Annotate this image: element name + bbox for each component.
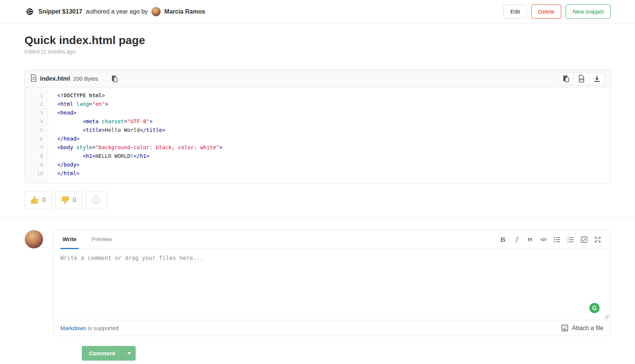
code-line: </head> <box>48 135 610 143</box>
grammarly-icon[interactable]: G <box>589 303 600 313</box>
edit-button[interactable]: Edit <box>503 5 527 18</box>
line-number-link[interactable]: 4 <box>25 117 48 126</box>
line-number-link[interactable]: 3 <box>25 109 48 117</box>
authored-text: authored a year ago by <box>86 8 148 15</box>
smiley-icon <box>92 196 101 205</box>
line-number-link[interactable]: 2 <box>25 100 48 109</box>
task-list-icon <box>580 236 588 243</box>
line-number-link[interactable]: 9 <box>25 161 48 169</box>
code-line: <title>Hello World</title> <box>48 126 610 135</box>
task-list-button[interactable] <box>578 234 590 245</box>
code-line: <body style="background-color: black; co… <box>48 143 610 152</box>
code-viewer: 12345678910 <!DOCTYPE html><html lang="e… <box>25 87 610 183</box>
thumbs-up-icon <box>31 196 39 204</box>
line-number-link[interactable]: 5 <box>25 126 48 135</box>
current-user-avatar <box>24 230 43 249</box>
code-line: <meta charset="UTF-8"> <box>48 117 610 126</box>
file-action-buttons <box>558 72 605 85</box>
italic-button[interactable]: I <box>511 234 522 245</box>
insert-code-button[interactable]: </> <box>538 234 549 245</box>
attach-file-button[interactable]: Attach a file <box>561 324 603 332</box>
bold-icon: B <box>500 236 505 243</box>
comment-type-dropdown-button[interactable] <box>122 346 136 361</box>
fullscreen-icon <box>594 236 601 243</box>
code-line: </body> <box>48 161 610 169</box>
numbered-list-icon: 1 2 3 <box>567 236 574 243</box>
svg-text:3: 3 <box>567 240 569 243</box>
download-button[interactable] <box>589 72 605 85</box>
code-line: <h1>HELLO WORLD!</h1> <box>48 152 610 161</box>
tab-write[interactable]: Write <box>60 230 79 249</box>
section-divider <box>0 217 635 218</box>
line-number-link[interactable]: 6 <box>25 135 48 143</box>
attach-file-label: Attach a file <box>572 325 603 332</box>
line-number-link[interactable]: 8 <box>25 152 48 161</box>
quote-icon: ” <box>527 236 533 244</box>
file-icon <box>30 74 37 83</box>
line-number-gutter: 12345678910 <box>25 87 48 183</box>
thumbs-down-button[interactable]: 0 <box>55 191 82 209</box>
comment-input[interactable] <box>54 249 610 320</box>
snippet-id-label: Snippet $13017 <box>38 8 83 15</box>
quote-button[interactable]: ” <box>524 234 536 245</box>
comment-footer: Markdown is supported Attach a file <box>54 320 610 336</box>
code-line: <!DOCTYPE html> <box>48 91 610 100</box>
numbered-list-button[interactable]: 1 2 3 <box>565 234 576 245</box>
attach-image-icon <box>561 324 568 332</box>
markdown-note: Markdown is supported <box>60 325 119 331</box>
line-number-link[interactable]: 1 <box>25 91 48 100</box>
bullet-list-button[interactable] <box>551 234 563 245</box>
download-icon <box>594 75 600 82</box>
thumbs-up-button[interactable]: 0 <box>24 191 52 209</box>
markdown-toolbar: B I ” </> 1 2 <box>497 234 603 245</box>
comment-submit-button[interactable]: Comment <box>82 346 122 361</box>
award-emoji-block: 0 0 <box>24 191 611 217</box>
code-line: </html> <box>48 169 610 178</box>
tab-preview[interactable]: Preview <box>89 230 114 249</box>
bullet-list-icon <box>553 236 561 243</box>
comment-split-button: Comment <box>82 346 136 361</box>
line-number-link[interactable]: 10 <box>25 169 48 178</box>
edited-timestamp: Edited 11 months ago <box>24 49 611 55</box>
new-snippet-button[interactable]: New snippet <box>566 5 611 18</box>
copy-icon <box>111 75 118 83</box>
open-raw-button[interactable] <box>574 72 589 85</box>
snippet-header-bar: Snippet $13017 authored a year ago by Ma… <box>0 0 635 23</box>
page-title: Quick index.html page <box>24 34 611 47</box>
author-name[interactable]: Marcia Ramos <box>164 8 205 15</box>
italic-icon: I <box>515 236 518 243</box>
code-icon: </> <box>540 237 546 242</box>
editor-tabs-row: Write Preview B I ” </> <box>54 230 610 249</box>
chevron-down-icon <box>127 352 131 355</box>
file-name: index.html <box>40 75 70 82</box>
raw-file-icon <box>578 75 585 83</box>
file-header: index.html 200 Bytes <box>25 70 610 87</box>
file-card: index.html 200 Bytes <box>24 70 611 184</box>
thumbs-down-count: 0 <box>73 197 76 203</box>
file-size: 200 Bytes <box>73 75 98 82</box>
code-line: <head> <box>48 109 610 117</box>
copy-file-contents-button[interactable] <box>558 72 574 85</box>
markdown-link[interactable]: Markdown <box>60 325 86 331</box>
delete-button[interactable]: Delete <box>531 5 561 18</box>
comment-editor: G <box>54 249 610 320</box>
resize-handle[interactable] <box>604 314 609 319</box>
thumbs-up-count: 0 <box>42 197 46 203</box>
snippet-actions: Edit Delete New snippet <box>503 5 611 18</box>
comment-form: Write Preview B I ” </> <box>24 230 611 361</box>
thumbs-down-icon <box>61 196 69 204</box>
fullscreen-button[interactable] <box>592 234 603 245</box>
snippet-meta: Snippet $13017 authored a year ago by Ma… <box>24 7 205 17</box>
bold-button[interactable]: B <box>497 234 508 245</box>
line-number-link[interactable]: 7 <box>25 143 48 152</box>
comment-editor-card: Write Preview B I ” </> <box>53 230 611 336</box>
code-lines: <!DOCTYPE html><html lang="en"><head> <m… <box>48 87 610 183</box>
code-line: <html lang="en"> <box>48 100 610 109</box>
copy-path-button[interactable] <box>110 74 119 83</box>
globe-icon <box>24 7 35 16</box>
copy-contents-icon <box>563 75 569 83</box>
author-avatar[interactable] <box>151 7 161 17</box>
add-emoji-button[interactable] <box>86 191 107 209</box>
